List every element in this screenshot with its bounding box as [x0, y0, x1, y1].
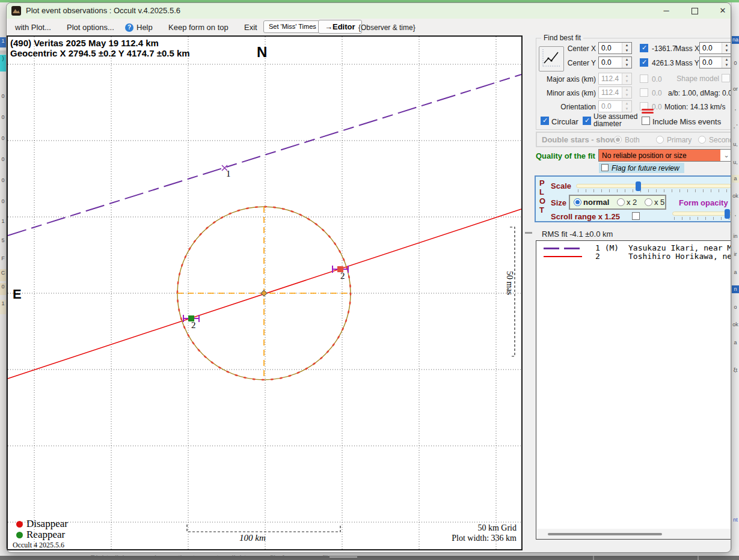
background-fragment: [0, 50, 6, 54]
major-axis-fit-value: 0.0: [652, 75, 662, 84]
size-x5-label: x 5: [654, 198, 664, 207]
occult-plot-window: Plot event observations : Occult v.4.202…: [6, 2, 731, 553]
close-button[interactable]: ✕: [714, 3, 731, 19]
rms-fit-label: RMS fit -4.1 ±0.0 km: [542, 230, 613, 239]
plot-canvas[interactable]: (490) Veritas 2025 May 19 112.4 km Geoce…: [7, 35, 523, 550]
scale-slider-thumb[interactable]: [636, 181, 641, 191]
flag-review-checkbox[interactable]: [601, 164, 609, 171]
secondary-label: Secondary: [709, 136, 731, 144]
primary-radio[interactable]: [656, 136, 664, 144]
chord-1-line[interactable]: [8, 75, 521, 236]
shape-model-checkbox[interactable]: [722, 74, 730, 82]
quality-value: No reliable position or size: [599, 150, 720, 161]
chevron-down-icon[interactable]: ⌄: [720, 150, 731, 161]
background-fragment: or: [732, 85, 739, 93]
circular-checkbox[interactable]: [541, 117, 549, 125]
reappear-legend-label: Reappear: [26, 529, 65, 541]
primary-label: Primary: [667, 136, 691, 144]
major-axis-input[interactable]: 112.4 ▲▼: [598, 73, 632, 85]
taskbar-strip: [0, 556, 739, 560]
background-fragment: nt: [732, 516, 739, 524]
occult-version-label: Occult 4 2025.5.6: [13, 541, 64, 550]
mass-x-up[interactable]: ▲: [722, 43, 731, 48]
minor-axis-input[interactable]: 112.4 ▲▼: [598, 87, 632, 99]
maximize-icon: [691, 8, 698, 14]
observer-time-label[interactable]: {Observer & time}: [358, 23, 415, 32]
observer-list-hscrollbar[interactable]: [537, 529, 731, 539]
scalebar-bracket: [187, 525, 340, 532]
orientation-input[interactable]: 0.0 ▲▼: [598, 100, 632, 112]
flag-review-label: Flag for future review: [612, 164, 679, 172]
size-normal-radio[interactable]: [574, 198, 581, 206]
include-miss-label: Include Miss events: [652, 117, 721, 126]
taskbar-divider: [593, 556, 594, 560]
splitter-handle[interactable]: [525, 232, 532, 234]
scale-slider-track[interactable]: [576, 184, 731, 188]
size-normal-label: normal: [583, 198, 609, 207]
center-x-input[interactable]: 0.0 ▲▼: [598, 42, 632, 54]
observer-1-number: 1 (M): [595, 243, 619, 252]
mass-x-input[interactable]: 0.0 ▲▼: [699, 42, 731, 54]
observer-list-hscrollbar-thumb[interactable]: [548, 533, 662, 535]
maximize-button[interactable]: [685, 3, 704, 19]
center-y-input[interactable]: 0.0 ▲▼: [598, 56, 632, 68]
help-icon[interactable]: ?: [125, 23, 133, 32]
mas-scale-label: 50 mas: [504, 271, 514, 295]
size-x5-radio[interactable]: [645, 198, 652, 206]
center-y-fit-value: 4261.3: [652, 59, 674, 67]
scroll-range-checkbox[interactable]: [632, 212, 640, 220]
background-left-strip: 1)00000015FC01: [0, 2, 6, 560]
mass-y-up[interactable]: ▲: [722, 57, 731, 62]
minor-axis-label: Minor axis (km): [539, 89, 596, 97]
menu-with-plot[interactable]: with Plot...: [15, 23, 51, 32]
window-title: Plot event observations : Occult v.4.202…: [26, 6, 180, 15]
center-x-up[interactable]: ▲: [622, 43, 631, 48]
opacity-slider-thumb[interactable]: [725, 209, 730, 219]
set-miss-times-button[interactable]: Set 'Miss' Times: [263, 20, 322, 33]
center-y-down[interactable]: ▼: [622, 62, 631, 68]
major-axis-fit-checkbox[interactable]: [640, 75, 648, 83]
quality-dropdown[interactable]: No reliable position or size ⌄: [598, 149, 731, 162]
find-best-fit-legend: Find best fit: [541, 34, 583, 42]
menu-exit[interactable]: Exit: [244, 23, 257, 32]
observer-list[interactable]: 1 (M) Yasukazu Ikari, near Mo 2 Toshihir…: [536, 240, 731, 540]
observer-1-name: Yasukazu Ikari, near Mo: [628, 243, 731, 252]
minimize-button[interactable]: ─: [657, 3, 675, 19]
plot-title-line2: Geocentric X 2794.5 ±0.2 Y 4174.7 ±0.5 k…: [10, 48, 190, 58]
shape-model-label: Shape model: [668, 75, 719, 83]
center-x-fit-checkbox[interactable]: [640, 44, 648, 52]
scale-slider-ticks: [578, 189, 729, 192]
observer-row-1[interactable]: 1 (M) Yasukazu Ikari, near Mo: [536, 243, 731, 252]
mass-y-input[interactable]: 0.0 ▲▼: [699, 56, 731, 68]
center-x-down[interactable]: ▼: [622, 48, 631, 53]
size-x2-radio[interactable]: [617, 198, 625, 206]
include-miss-checkbox[interactable]: [642, 117, 650, 125]
both-radio[interactable]: [614, 136, 622, 144]
chord-2-number-disappear: 2: [340, 271, 345, 281]
use-assumed-checkbox[interactable]: [583, 117, 591, 125]
form-opacity-label: Form opacity: [679, 198, 728, 207]
editor-button[interactable]: →Editor: [318, 20, 362, 34]
mass-y-down[interactable]: ▼: [722, 62, 731, 68]
background-fragment: 5: [0, 237, 6, 245]
menu-plot-options[interactable]: Plot options...: [67, 23, 114, 32]
minor-axis-fit-checkbox[interactable]: [640, 88, 648, 97]
secondary-radio[interactable]: [698, 136, 706, 144]
menu-keep-on-top[interactable]: Keep form on top: [168, 23, 228, 32]
background-fragment: 0: [0, 198, 6, 205]
center-y-fit-checkbox[interactable]: [640, 58, 648, 67]
background-fragment: ξt: [732, 367, 739, 374]
center-y-up[interactable]: ▲: [622, 57, 631, 62]
motion-label: Motion: 14.13 km/s: [664, 103, 725, 111]
quality-label: Quality of the fit: [536, 151, 595, 160]
menu-help[interactable]: Help: [136, 23, 153, 32]
chord-1-number: 1: [226, 169, 231, 179]
mass-x-down[interactable]: ▼: [722, 48, 731, 53]
background-fragment: 1: [0, 300, 6, 314]
opacity-slider-track[interactable]: [672, 212, 731, 216]
circular-label: Circular: [551, 117, 578, 126]
titlebar[interactable]: Plot event observations : Occult v.4.202…: [7, 3, 731, 19]
mass-x-label: Mass X: [675, 44, 699, 53]
observer-row-2[interactable]: 2 Toshihiro Horikawa, nea: [536, 252, 731, 261]
size-x2-label: x 2: [627, 198, 637, 207]
